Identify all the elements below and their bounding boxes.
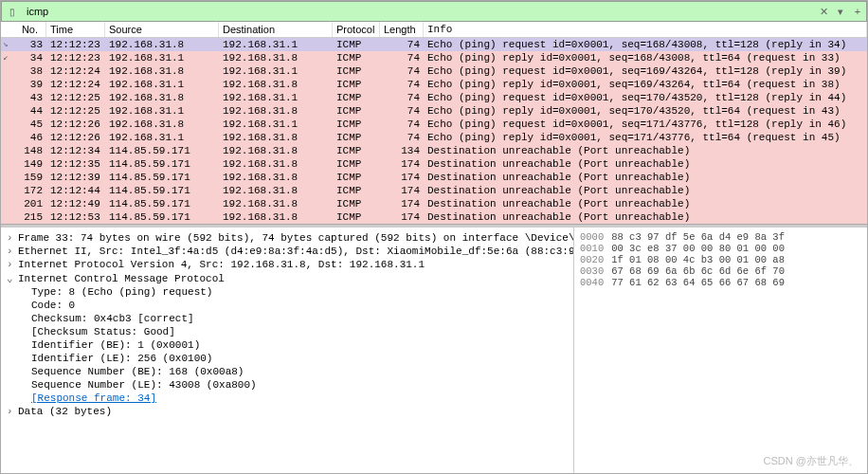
hex-line[interactable]: 000088 c3 97 df 5e 6a d4 e9 8a 3f [580, 231, 861, 243]
packet-row[interactable]: 4412:12:25192.168.31.1192.168.31.8ICMP74… [1, 104, 867, 118]
packet-bytes-pane[interactable]: 000088 c3 97 df 5e 6a d4 e9 8a 3f001000 … [573, 228, 867, 473]
packet-row[interactable]: 15912:12:39114.85.59.171192.168.31.8ICMP… [1, 171, 867, 184]
packet-row[interactable]: 21512:12:53114.85.59.171192.168.31.8ICMP… [1, 210, 867, 224]
watermark-text: CSDN @亦世凡华、 [764, 454, 859, 468]
tree-detail-line[interactable]: Sequence Number (LE): 43008 (0xa800) [7, 378, 568, 392]
tree-icmp[interactable]: ⌄Internet Control Message Protocol [7, 271, 568, 285]
packet-list-pane: No. Time Source Destination Protocol Len… [1, 22, 867, 225]
col-header-info[interactable]: Info [424, 22, 867, 37]
tree-detail-line[interactable]: Checksum: 0x4cb3 [correct] [7, 312, 568, 325]
packet-row[interactable]: 4612:12:26192.168.31.1192.168.31.8ICMP74… [1, 131, 867, 144]
expand-icon[interactable]: › [7, 259, 18, 270]
col-header-source[interactable]: Source [105, 22, 219, 37]
tree-detail-line[interactable]: Code: 0 [7, 299, 568, 312]
packet-row[interactable]: 14912:12:35114.85.59.171192.168.31.8ICMP… [1, 157, 867, 171]
packet-row[interactable]: 3812:12:24192.168.31.8192.168.31.1ICMP74… [1, 64, 867, 78]
col-header-protocol[interactable]: Protocol [333, 22, 380, 37]
tree-data[interactable]: ›Data (32 bytes) [7, 405, 568, 418]
add-filter-icon[interactable]: + [849, 3, 866, 20]
packet-list-header: No. Time Source Destination Protocol Len… [1, 22, 867, 38]
packet-row[interactable]: 4312:12:25192.168.31.8192.168.31.1ICMP74… [1, 91, 867, 104]
tree-ip[interactable]: ›Internet Protocol Version 4, Src: 192.1… [7, 258, 568, 271]
col-header-no[interactable]: No. [1, 22, 46, 37]
hex-line[interactable]: 004077 61 62 63 64 65 66 67 68 69 [580, 277, 861, 288]
expand-icon[interactable]: › [7, 232, 18, 244]
col-header-time[interactable]: Time [46, 22, 105, 37]
expand-icon[interactable]: › [7, 246, 18, 257]
tree-detail-line[interactable]: Sequence Number (BE): 168 (0x00a8) [7, 365, 568, 378]
expand-icon[interactable]: › [7, 406, 18, 417]
packet-row[interactable]: 14812:12:34114.85.59.171192.168.31.8ICMP… [1, 144, 867, 157]
clear-filter-icon[interactable]: ✕ [815, 3, 832, 20]
tree-response-frame[interactable]: [Response frame: 34] [7, 392, 568, 405]
bookmark-icon[interactable]: ▯ [6, 5, 19, 18]
tree-ethernet[interactable]: ›Ethernet II, Src: Intel_3f:4a:d5 (d4:e9… [7, 245, 568, 258]
packet-row[interactable]: ↙3412:12:23192.168.31.1192.168.31.8ICMP7… [1, 51, 867, 64]
col-header-destination[interactable]: Destination [219, 22, 333, 37]
tree-detail-line[interactable]: Identifier (BE): 1 (0x0001) [7, 338, 568, 352]
collapse-icon[interactable]: ⌄ [7, 272, 18, 284]
packet-row[interactable]: 20112:12:49114.85.59.171192.168.31.8ICMP… [1, 197, 867, 210]
packet-row[interactable]: 4512:12:26192.168.31.8192.168.31.1ICMP74… [1, 118, 867, 131]
col-header-length[interactable]: Length [380, 22, 424, 37]
tree-detail-line[interactable]: [Checksum Status: Good] [7, 325, 568, 338]
packet-row[interactable]: ↘3312:12:23192.168.31.8192.168.31.1ICMP7… [1, 38, 867, 51]
packet-row[interactable]: 3912:12:24192.168.31.1192.168.31.8ICMP74… [1, 78, 867, 91]
packet-details-pane[interactable]: ›Frame 33: 74 bytes on wire (592 bits), … [1, 228, 573, 473]
tree-detail-line[interactable]: Type: 8 (Echo (ping) request) [7, 285, 568, 299]
display-filter-input[interactable] [23, 4, 815, 19]
packet-row[interactable]: 17212:12:44114.85.59.171192.168.31.8ICMP… [1, 184, 867, 197]
hex-line[interactable]: 00201f 01 08 00 4c b3 00 01 00 a8 [580, 254, 861, 265]
filter-dropdown-icon[interactable]: ▾ [832, 3, 849, 20]
hex-line[interactable]: 001000 3c e8 37 00 00 80 01 00 00 [580, 243, 861, 254]
hex-line[interactable]: 003067 68 69 6a 6b 6c 6d 6e 6f 70 [580, 265, 861, 277]
tree-detail-line[interactable]: Identifier (LE): 256 (0x0100) [7, 352, 568, 365]
display-filter-bar: ▯ ✕ ▾ + [1, 1, 867, 22]
tree-frame[interactable]: ›Frame 33: 74 bytes on wire (592 bits), … [7, 231, 568, 245]
